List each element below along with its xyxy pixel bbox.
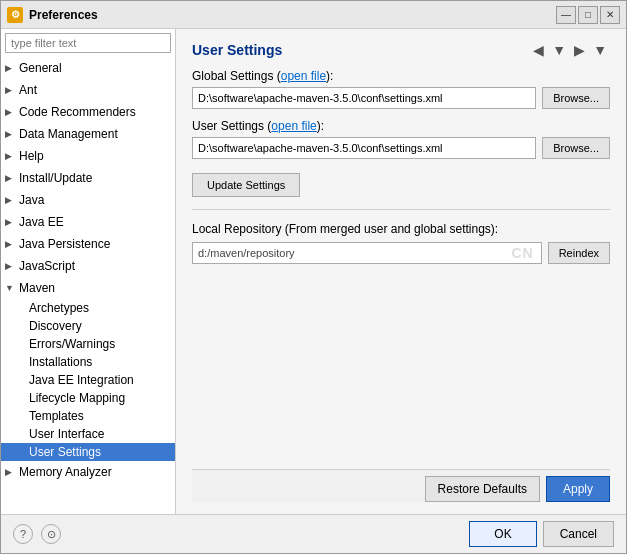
sidebar-label: Code Recommenders: [19, 103, 136, 121]
sidebar-item-java-ee[interactable]: ▶ Java EE: [1, 211, 175, 233]
expand-arrow: ▶: [5, 103, 19, 121]
sidebar-item-data-management[interactable]: ▶ Data Management: [1, 123, 175, 145]
sidebar-item-general[interactable]: ▶ General: [1, 57, 175, 79]
global-settings-row: Browse...: [192, 87, 610, 109]
sidebar-item-java-persistence[interactable]: ▶ Java Persistence: [1, 233, 175, 255]
global-settings-group: Global Settings (open file): Browse...: [192, 69, 610, 109]
sidebar-tree: ▶ General ▶ Ant ▶ Code Recommenders ▶ Da…: [1, 57, 175, 514]
sidebar-item-discovery[interactable]: Discovery: [1, 317, 175, 335]
update-settings-row: Update Settings: [192, 169, 610, 197]
update-settings-button[interactable]: Update Settings: [192, 173, 300, 197]
filter-input[interactable]: [5, 33, 171, 53]
expand-arrow: ▶: [5, 463, 19, 481]
global-settings-label: Global Settings (open file):: [192, 69, 610, 83]
sidebar: ▶ General ▶ Ant ▶ Code Recommenders ▶ Da…: [1, 29, 176, 514]
section-title: User Settings: [192, 42, 530, 58]
help-icon[interactable]: ?: [13, 524, 33, 544]
back-icon[interactable]: ◀: [530, 41, 547, 59]
sidebar-label: Ant: [19, 81, 37, 99]
sidebar-item-user-interface[interactable]: User Interface: [1, 425, 175, 443]
global-settings-browse-button[interactable]: Browse...: [542, 87, 610, 109]
title-bar: ⚙ Preferences — □ ✕: [1, 1, 626, 29]
global-settings-link[interactable]: open file: [281, 69, 326, 83]
expand-arrow: ▼: [5, 279, 19, 297]
sidebar-label: Memory Analyzer: [19, 463, 112, 481]
footer-bar: ? ⊙ OK Cancel: [1, 514, 626, 553]
sidebar-item-java-ee-integration[interactable]: Java EE Integration: [1, 371, 175, 389]
navigation-icons: ◀ ▼ ▶ ▼: [530, 41, 610, 59]
expand-arrow: ▶: [5, 81, 19, 99]
sidebar-item-java[interactable]: ▶ Java: [1, 189, 175, 211]
info-icon[interactable]: ⊙: [41, 524, 61, 544]
sidebar-label: Java: [19, 191, 44, 209]
user-settings-browse-button[interactable]: Browse...: [542, 137, 610, 159]
local-repo-input[interactable]: [192, 242, 542, 264]
sidebar-label: Data Management: [19, 125, 118, 143]
separator: [192, 209, 610, 210]
maximize-button[interactable]: □: [578, 6, 598, 24]
sidebar-item-lifecycle-mapping[interactable]: Lifecycle Mapping: [1, 389, 175, 407]
dropdown-icon[interactable]: ▼: [549, 41, 569, 59]
footer-buttons: OK Cancel: [469, 521, 614, 547]
user-settings-link[interactable]: open file: [271, 119, 316, 133]
expand-arrow: ▶: [5, 213, 19, 231]
title-bar-buttons: — □ ✕: [556, 6, 620, 24]
sidebar-item-maven[interactable]: ▼ Maven: [1, 277, 175, 299]
footer-icons: ? ⊙: [13, 524, 61, 544]
sidebar-label: Java Persistence: [19, 235, 110, 253]
sidebar-item-ant[interactable]: ▶ Ant: [1, 79, 175, 101]
expand-arrow: ▶: [5, 147, 19, 165]
close-button[interactable]: ✕: [600, 6, 620, 24]
sidebar-item-javascript[interactable]: ▶ JavaScript: [1, 255, 175, 277]
action-bar: Restore Defaults Apply: [192, 469, 610, 502]
window-title: Preferences: [29, 8, 556, 22]
sidebar-label: Help: [19, 147, 44, 165]
sidebar-label: General: [19, 59, 62, 77]
sidebar-item-user-settings[interactable]: User Settings: [1, 443, 175, 461]
local-repo-input-wrap: CN: [192, 242, 542, 264]
sidebar-label: Install/Update: [19, 169, 92, 187]
sidebar-label: JavaScript: [19, 257, 75, 275]
user-settings-input[interactable]: [192, 137, 536, 159]
expand-arrow: ▶: [5, 125, 19, 143]
local-repo-group: Local Repository (From merged user and g…: [192, 222, 610, 264]
user-settings-row: Browse...: [192, 137, 610, 159]
sidebar-item-installations[interactable]: Installations: [1, 353, 175, 371]
expand-arrow: ▶: [5, 59, 19, 77]
sidebar-label: Maven: [19, 279, 55, 297]
main-panel: User Settings ◀ ▼ ▶ ▼ Global Settings (o…: [176, 29, 626, 514]
expand-arrow: ▶: [5, 235, 19, 253]
local-repo-label: Local Repository (From merged user and g…: [192, 222, 610, 236]
sidebar-item-help[interactable]: ▶ Help: [1, 145, 175, 167]
expand-arrow: ▶: [5, 191, 19, 209]
forward-icon[interactable]: ▶: [571, 41, 588, 59]
sidebar-item-code-recommenders[interactable]: ▶ Code Recommenders: [1, 101, 175, 123]
user-settings-group: User Settings (open file): Browse...: [192, 119, 610, 159]
reindex-button[interactable]: Reindex: [548, 242, 610, 264]
preferences-window: ⚙ Preferences — □ ✕ ▶ General ▶ Ant: [0, 0, 627, 554]
ok-button[interactable]: OK: [469, 521, 536, 547]
window-body: ▶ General ▶ Ant ▶ Code Recommenders ▶ Da…: [1, 29, 626, 514]
window-icon: ⚙: [7, 7, 23, 23]
expand-arrow: ▶: [5, 169, 19, 187]
sidebar-item-install-update[interactable]: ▶ Install/Update: [1, 167, 175, 189]
restore-defaults-button[interactable]: Restore Defaults: [425, 476, 540, 502]
sidebar-label: Java EE: [19, 213, 64, 231]
cancel-button[interactable]: Cancel: [543, 521, 614, 547]
sidebar-item-archetypes[interactable]: Archetypes: [1, 299, 175, 317]
section-header: User Settings ◀ ▼ ▶ ▼: [192, 41, 610, 59]
minimize-button[interactable]: —: [556, 6, 576, 24]
nav-dropdown-icon[interactable]: ▼: [590, 41, 610, 59]
sidebar-item-memory-analyzer[interactable]: ▶ Memory Analyzer: [1, 461, 175, 483]
local-repo-row: CN Reindex: [192, 242, 610, 264]
global-settings-input[interactable]: [192, 87, 536, 109]
expand-arrow: ▶: [5, 257, 19, 275]
sidebar-item-templates[interactable]: Templates: [1, 407, 175, 425]
sidebar-item-errors-warnings[interactable]: Errors/Warnings: [1, 335, 175, 353]
apply-button[interactable]: Apply: [546, 476, 610, 502]
user-settings-label: User Settings (open file):: [192, 119, 610, 133]
